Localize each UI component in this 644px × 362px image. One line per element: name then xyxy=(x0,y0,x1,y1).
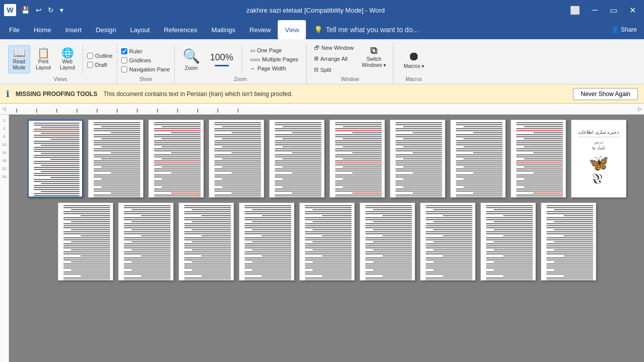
page-thumb-14[interactable] xyxy=(239,203,294,281)
page-thumb-15[interactable] xyxy=(299,203,355,281)
switch-windows-button[interactable]: ⧉ SwitchWindows ▾ xyxy=(359,43,389,70)
ruler-num-2: 2 xyxy=(3,119,5,123)
page-lines-1 xyxy=(29,121,82,197)
minimize-button[interactable]: ─ xyxy=(588,4,602,17)
menu-file[interactable]: File xyxy=(2,20,27,39)
ribbon-group-macros: ⏺ Macros ▾ Macros xyxy=(393,44,434,84)
menu-mailings[interactable]: Mailings xyxy=(204,20,243,39)
page-thumb-13[interactable] xyxy=(179,203,234,281)
print-layout-button[interactable]: 📋 PrintLayout xyxy=(32,46,54,73)
web-layout-label: WebLayout xyxy=(60,59,75,71)
window-group-label: Window xyxy=(311,74,389,82)
page-thumb-4[interactable] xyxy=(209,120,264,198)
quick-access-toolbar: 💾 ↩ ↻ ▾ xyxy=(19,5,65,15)
outline-checkbox[interactable] xyxy=(87,53,93,59)
svg-rect-5 xyxy=(97,109,98,113)
document-area[interactable]: 2 2 6 10 14 18 22 26 xyxy=(0,115,644,362)
restore-window-button[interactable]: ⬜ xyxy=(566,4,584,17)
one-page-button[interactable]: ▭ One Page xyxy=(248,47,300,54)
page-width-button[interactable]: ↔ Page Width xyxy=(248,65,300,72)
page-thumb-19[interactable] xyxy=(541,203,596,281)
separator-2 xyxy=(242,44,242,74)
maximize-button[interactable]: ▭ xyxy=(606,4,621,17)
menu-view[interactable]: View xyxy=(278,20,306,39)
ribbon-group-window: 🗗 New Window ⊞ Arrange All ⊟ Split xyxy=(307,41,394,84)
split-label: Split xyxy=(320,67,331,73)
save-button[interactable]: 💾 xyxy=(19,5,32,15)
never-show-again-button[interactable]: Never Show Again xyxy=(573,88,638,100)
zoom-percent-value: 100% xyxy=(210,52,233,63)
ruler-label: Ruler xyxy=(129,48,142,54)
page-width-icon: ↔ xyxy=(250,65,256,71)
read-mode-icon: 📖 xyxy=(13,48,26,58)
nav-pane-checkbox[interactable] xyxy=(121,66,127,72)
svg-rect-8 xyxy=(157,109,158,113)
share-label: Share xyxy=(621,26,637,33)
page-thumb-5[interactable] xyxy=(269,120,325,198)
macros-controls: ⏺ Macros ▾ xyxy=(397,44,430,74)
menu-layout[interactable]: Layout xyxy=(123,20,157,39)
left-ruler: 2 2 6 10 14 18 22 26 xyxy=(0,115,9,362)
ruler-num-10: 10 xyxy=(2,143,7,147)
ribbon-group-zoom: 🔍 Zoom 100% ▭ One Page ▭▭ Multiple Pages… xyxy=(175,44,307,84)
gridlines-row: Gridlines xyxy=(121,56,170,64)
new-window-label: New Window xyxy=(321,45,354,51)
multiple-pages-button[interactable]: ▭▭ Multiple Pages xyxy=(248,56,300,63)
share-button[interactable]: 👤 Share xyxy=(606,20,642,39)
menu-insert[interactable]: Insert xyxy=(58,20,89,39)
missing-tools-label: MISSING PROOFING TOOLS xyxy=(16,90,97,98)
multiple-pages-icon: ▭▭ xyxy=(250,56,260,63)
customize-qa-button[interactable]: ▾ xyxy=(58,5,65,15)
tell-me-bar[interactable]: 💡 Tell me what you want to do... xyxy=(314,20,606,39)
menu-review[interactable]: Review xyxy=(243,20,278,39)
split-button[interactable]: ⊟ Split xyxy=(311,65,334,74)
zoom-button[interactable]: 🔍 Zoom xyxy=(179,46,204,73)
nav-pane-label: Navigation Pane xyxy=(129,66,170,72)
page-thumb-16[interactable] xyxy=(360,203,415,281)
ruler-right-arrow[interactable]: ▷ xyxy=(638,106,642,112)
title-bar-left: W 💾 ↩ ↻ ▾ xyxy=(4,4,65,16)
show-group-label: Show xyxy=(121,74,170,82)
ribbon-group-show: Ruler Gridlines Navigation Pane Show xyxy=(117,44,175,84)
gridlines-checkbox[interactable] xyxy=(121,57,127,63)
draft-checkbox[interactable] xyxy=(87,62,93,68)
page-thumb-3[interactable] xyxy=(148,120,204,198)
close-button[interactable]: ✕ xyxy=(625,4,640,17)
zoom-percent-button[interactable]: 100% xyxy=(206,50,237,68)
show-checkboxes: Ruler Gridlines Navigation Pane xyxy=(121,45,170,73)
outline-row: Outline xyxy=(87,52,113,60)
new-window-button[interactable]: 🗗 New Window xyxy=(311,43,357,52)
window-title: zakhire sazi etelaat [Compatibility Mode… xyxy=(65,7,566,14)
views-group-label: Views xyxy=(8,74,113,82)
page-thumb-17[interactable] xyxy=(420,203,475,281)
page-thumb-7[interactable] xyxy=(390,120,445,198)
page-thumb-18[interactable] xyxy=(480,203,536,281)
page-thumb-8[interactable] xyxy=(450,120,506,198)
undo-button[interactable]: ↩ xyxy=(34,5,44,15)
menu-design[interactable]: Design xyxy=(89,20,123,39)
redo-button[interactable]: ↻ xyxy=(46,5,56,15)
page-thumb-9[interactable] xyxy=(511,120,566,198)
arrange-all-button[interactable]: ⊞ Arrange All xyxy=(311,54,351,63)
page-thumb-6[interactable] xyxy=(330,120,385,198)
menu-references[interactable]: References xyxy=(157,20,204,39)
macros-button[interactable]: ⏺ Macros ▾ xyxy=(397,46,430,72)
show-controls: Ruler Gridlines Navigation Pane xyxy=(121,44,170,74)
page-thumb-10[interactable]: ذخیره سازی اطلاعات درس تکنیک ها 🦋 𝒢 xyxy=(571,120,626,198)
svg-rect-12 xyxy=(237,109,238,113)
ruler-left-arrow[interactable]: ◁ xyxy=(2,106,6,112)
read-mode-button[interactable]: 📖 ReadMode xyxy=(8,45,30,73)
split-icon: ⊟ xyxy=(314,66,318,73)
page-thumb-11[interactable] xyxy=(58,203,113,281)
page-thumb-1[interactable] xyxy=(28,120,83,198)
menu-home[interactable]: Home xyxy=(27,20,58,39)
ribbon-group-views: 📖 ReadMode 📋 PrintLayout 🌐 WebLayout Out… xyxy=(4,44,117,84)
ruler-num-2b: 2 xyxy=(3,127,5,131)
zoom-controls: 🔍 Zoom 100% ▭ One Page ▭▭ Multiple Pages… xyxy=(179,44,302,74)
ruler-checkbox[interactable] xyxy=(121,48,127,54)
svg-rect-0 xyxy=(6,104,638,113)
page-thumb-2[interactable] xyxy=(88,120,143,198)
title-bar: W 💾 ↩ ↻ ▾ zakhire sazi etelaat [Compatib… xyxy=(0,0,644,20)
web-layout-button[interactable]: 🌐 WebLayout xyxy=(56,46,78,73)
page-thumb-12[interactable] xyxy=(118,203,174,281)
